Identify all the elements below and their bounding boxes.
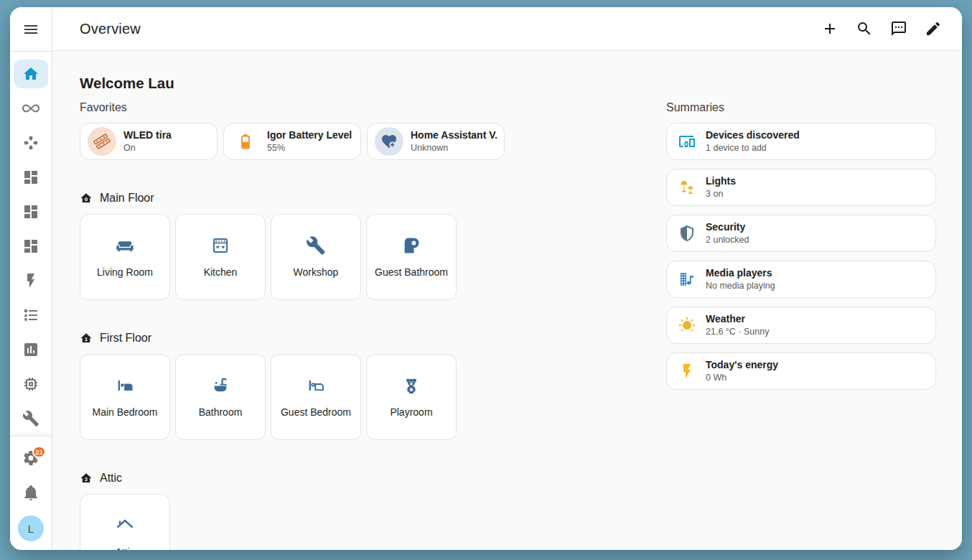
sidebar-item-gamepad[interactable] <box>14 126 48 160</box>
favorite-title: Igor Battery Level <box>267 129 352 141</box>
sidebar-item-energy[interactable] <box>14 263 48 298</box>
flash-icon <box>22 272 39 289</box>
svg-text:0: 0 <box>85 197 88 202</box>
floor-label: Attic <box>100 471 122 485</box>
led-strip-icon <box>93 133 111 150</box>
tool-wrench-icon <box>306 235 326 256</box>
summary-state: 21.6 °C · Sunny <box>706 327 769 337</box>
floors-container: 0Main FloorLiving RoomKitchenWorkshopGue… <box>80 191 505 550</box>
sidebar-nav <box>10 52 52 436</box>
summary-card[interactable]: Security2 unlocked <box>666 215 936 252</box>
user-avatar[interactable]: L <box>18 515 44 541</box>
home-floor-0-icon: 0 <box>80 192 93 205</box>
area-label: Guest Bathroom <box>375 266 448 279</box>
summary-card[interactable]: Today's energy0 Wh <box>666 353 936 390</box>
summary-card[interactable]: Devices discovered1 device to add <box>666 123 936 160</box>
area-card[interactable]: Main Bedroom <box>80 354 170 440</box>
bell-icon <box>22 484 39 501</box>
sidebar-item-settings[interactable]: 21 <box>14 441 48 475</box>
favorite-card[interactable]: WLED tiraOn <box>80 123 218 160</box>
search-button[interactable] <box>850 14 879 43</box>
heart-plus-icon <box>380 133 398 150</box>
area-card[interactable]: Kitchen <box>175 214 266 300</box>
summary-state: 0 Wh <box>706 373 778 383</box>
summary-title: Media players <box>706 267 775 279</box>
shield-half-icon <box>678 225 696 242</box>
area-label: Attic <box>115 546 134 550</box>
bathtub-icon <box>210 375 230 396</box>
list-bulleted-icon <box>22 307 39 324</box>
summary-state: 1 device to add <box>706 143 800 154</box>
area-card[interactable]: Living Room <box>80 214 170 300</box>
flash-icon <box>678 363 696 380</box>
sidebar-item-home[interactable] <box>14 57 48 91</box>
settings-badge: 21 <box>32 446 46 458</box>
sidebar-item-history[interactable] <box>14 332 48 367</box>
area-card[interactable]: Attic <box>80 494 170 550</box>
sidebar-item-dashboard-3[interactable] <box>14 229 48 263</box>
sidebar-item-notifications[interactable] <box>14 475 48 510</box>
app-header: Overview <box>52 7 962 51</box>
sidebar: 21L <box>10 7 52 550</box>
wrench-icon <box>22 410 39 427</box>
plus-icon <box>821 20 838 37</box>
sidebar-item-dashboard-1[interactable] <box>14 160 48 195</box>
room-grid: Main BedroomBathroomGuest BedroomPlayroo… <box>80 354 505 440</box>
summary-title: Today's energy <box>706 359 778 371</box>
summary-card[interactable]: Media playersNo media playing <box>666 261 936 298</box>
home-floor-1-icon: 1 <box>80 332 93 345</box>
sidebar-item-developer-tools[interactable] <box>14 401 48 436</box>
floor-label: Main Floor <box>100 191 154 205</box>
area-card[interactable]: Workshop <box>271 214 361 300</box>
devices-icon <box>678 133 696 150</box>
summary-card[interactable]: Weather21.6 °C · Sunny <box>666 307 936 344</box>
add-button[interactable] <box>816 14 844 43</box>
infinity-icon <box>22 100 39 117</box>
summary-state: 3 on <box>706 189 736 200</box>
sidebar-item-dashboard-2[interactable] <box>14 195 48 229</box>
battery-50-icon <box>237 133 254 150</box>
area-label: Main Bedroom <box>92 406 157 419</box>
header-actions <box>816 14 948 43</box>
favorite-state: On <box>123 143 172 154</box>
area-card[interactable]: Guest Bathroom <box>366 214 457 300</box>
dashboard-content: Welcome Lau Favorites WLED tiraOnIgor Ba… <box>52 51 962 550</box>
sidebar-item-hardware[interactable] <box>14 367 48 401</box>
floor-heading: 2Attic <box>80 471 505 485</box>
search-icon <box>856 20 873 37</box>
summary-card[interactable]: Lights3 on <box>666 169 936 206</box>
area-label: Guest Bedroom <box>281 406 351 419</box>
app-window: 21L Overview Welcome Lau Favorites WLED … <box>10 7 962 550</box>
assist-button[interactable] <box>884 14 913 43</box>
pencil-icon <box>925 20 942 37</box>
paper-roll-icon <box>401 235 421 256</box>
chat-dots-icon <box>890 20 907 37</box>
favorite-title: Home Assistant V... <box>411 129 497 141</box>
area-card[interactable]: Guest Bedroom <box>271 354 361 440</box>
main-panel: Overview Welcome Lau Favorites WLED tira… <box>52 7 962 550</box>
home-floor-2-icon: 2 <box>80 472 93 485</box>
area-label: Living Room <box>97 266 153 279</box>
area-label: Kitchen <box>204 266 238 279</box>
chart-box-icon <box>22 341 39 358</box>
page-title: Overview <box>80 21 816 37</box>
area-card[interactable]: Playroom <box>366 354 457 440</box>
favorites-label: Favorites <box>80 101 505 115</box>
sidebar-item-todo-lists[interactable] <box>14 298 48 332</box>
bed-icon <box>115 375 135 396</box>
floor-section: 2AtticAttic <box>80 471 505 550</box>
dashboard-icon <box>22 238 39 255</box>
right-column: Summaries Devices discovered1 device to … <box>666 101 936 398</box>
favorite-card[interactable]: Home Assistant V...Unknown <box>367 123 505 160</box>
area-card[interactable]: Bathroom <box>175 354 266 440</box>
favorite-card[interactable]: Igor Battery Level55% <box>223 123 361 160</box>
favorite-state: Unknown <box>411 143 497 154</box>
sidebar-item-infinity[interactable] <box>14 91 48 126</box>
sidebar-menu-button[interactable] <box>10 7 52 52</box>
room-grid: Attic <box>80 494 505 550</box>
edit-button[interactable] <box>919 14 948 43</box>
sun-icon <box>678 317 696 334</box>
sidebar-bottom: 21L <box>10 436 52 550</box>
teddy-bear-icon <box>401 375 421 396</box>
area-label: Playroom <box>390 406 432 419</box>
